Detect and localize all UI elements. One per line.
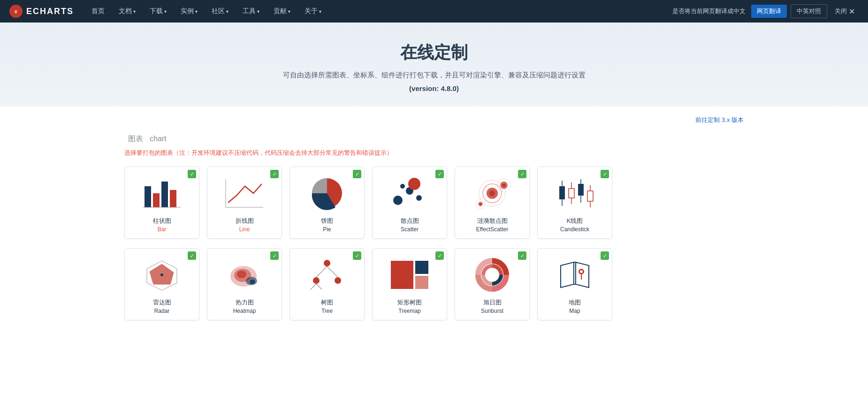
radar-icon [138,256,185,294]
chart-card-effectscatter[interactable]: ✓ 涟漪散点图 Effec [455,167,530,239]
svg-rect-26 [559,186,565,199]
chart-name-cn-scatter: 散点图 [401,217,419,225]
svg-point-39 [237,271,246,278]
chevron-down-icon: ▾ [164,9,167,14]
svg-point-36 [160,273,163,276]
logo-text: ECHARTS [26,7,74,16]
chevron-down-icon: ▾ [226,9,228,14]
section-title-charts: 图表 chart [124,132,744,144]
scatter-icon [386,174,433,212]
chart-name-cn-heatmap: 热力图 [236,298,254,307]
check-badge: ✓ [188,170,196,178]
chevron-down-icon: ▾ [133,9,136,14]
check-badge: ✓ [270,251,279,260]
chart-name-en-treemap: Treemap [398,308,421,314]
chinese-toggle-button[interactable]: 中英对照 [791,4,827,18]
hero-version: (version: 4.8.0) [9,84,859,92]
chart-name-en-scatter: Scatter [401,226,419,233]
candlestick-icon [551,174,598,212]
check-badge: ✓ [601,251,609,260]
tree-icon [304,256,350,294]
chart-name-cn-radar: 雷达图 [153,298,171,307]
nav-contribute[interactable]: 贡献 ▾ [268,0,296,23]
svg-point-18 [489,190,495,196]
svg-rect-5 [170,190,176,207]
close-button[interactable]: 关闭 ✕ [831,5,859,18]
chart-card-map[interactable]: ✓ 地图 Map [537,248,612,320]
nav-docs[interactable]: 文档 ▾ [113,0,141,23]
check-badge: ✓ [518,251,526,260]
nav-about[interactable]: 关于 ▾ [299,0,327,23]
bar-icon [138,174,185,212]
svg-point-14 [400,184,405,189]
chart-name-en-line: Line [239,226,250,233]
chart-card-pie[interactable]: ✓ 饼图 Pie [289,167,365,239]
chart-grid-row2: ✓ 雷达图 Radar ✓ [124,248,744,320]
svg-text:e: e [15,9,17,14]
logo-icon: e [9,5,23,18]
chart-card-bar[interactable]: ✓ 柱状图 Bar [124,167,199,239]
svg-rect-32 [587,191,593,201]
translate-bar: 是否将当前网页翻译成中文 网页翻译 中英对照 关闭 ✕ [672,4,859,18]
chart-card-treemap[interactable]: ✓ 矩形树图 Treemap [372,248,447,320]
chart-card-heatmap[interactable]: ✓ 热力图 Heatmap [207,248,282,320]
svg-rect-3 [153,193,160,207]
svg-rect-4 [161,182,168,207]
chart-name-en-tree: Tree [321,308,333,314]
chart-name-en-candlestick: Candlestick [560,226,589,233]
svg-line-43 [316,266,327,277]
chart-name-cn-candlestick: K线图 [567,217,583,225]
svg-point-52 [488,271,496,279]
nav-community[interactable]: 社区 ▾ [206,0,234,23]
check-badge: ✓ [601,170,609,178]
check-badge: ✓ [270,170,279,178]
chart-card-candlestick[interactable]: ✓ K线图 Candlestick [537,167,612,239]
translate-button[interactable]: 网页翻译 [751,5,787,18]
chart-card-sunburst[interactable]: ✓ 旭日图 Sunburst [455,248,530,320]
svg-point-45 [313,277,320,284]
chart-name-cn-line: 折线图 [236,217,254,225]
chart-name-en-effectscatter: EffectScatter [476,226,508,233]
check-badge: ✓ [435,251,444,260]
nav-download[interactable]: 下载 ▾ [144,0,172,23]
svg-line-48 [316,284,322,289]
check-badge: ✓ [353,170,361,178]
svg-rect-51 [415,276,428,289]
nav-home[interactable]: 首页 [86,0,110,23]
check-badge: ✓ [188,251,196,260]
chart-card-tree[interactable]: ✓ 树图 Tree [289,248,365,320]
main-content: 前往定制 3.x 版本 图表 chart 选择要打包的图表（注：开发环境建议不压… [106,106,762,339]
svg-rect-2 [145,186,151,207]
nav-examples[interactable]: 实例 ▾ [175,0,203,23]
chart-name-cn-effectscatter: 涟漪散点图 [477,217,508,225]
chart-name-en-sunburst: Sunburst [481,308,503,314]
chart-card-line[interactable]: ✓ 折线图 Line [207,167,282,239]
chevron-down-icon: ▾ [288,9,290,14]
hero-section: 在线定制 可自由选择所需图表、坐标系、组件进行打包下载，并且可对渲染引擎、兼容及… [0,23,868,106]
hero-subtitle: 可自由选择所需图表、坐标系、组件进行打包下载，并且可对渲染引擎、兼容及压缩问题进… [9,71,859,80]
check-badge: ✓ [353,251,361,260]
chart-grid-row1: ✓ 柱状图 Bar ✓ [124,167,744,239]
chart-card-radar[interactable]: ✓ 雷达图 Radar [124,248,199,320]
sunburst-icon [469,256,516,294]
svg-point-56 [580,270,583,273]
chart-name-en-map: Map [569,308,580,314]
nav-tools[interactable]: 工具 ▾ [237,0,265,23]
svg-point-13 [408,178,420,190]
chevron-down-icon: ▾ [257,9,259,14]
svg-point-42 [324,260,330,266]
logo[interactable]: e ECHARTS [9,5,74,18]
check-badge: ✓ [518,170,526,178]
effectscatter-icon [469,174,516,212]
chart-name-cn-tree: 树图 [321,298,333,307]
navbar: e ECHARTS 首页 文档 ▾ 下载 ▾ 实例 ▾ 社区 ▾ 工具 ▾ 贡献… [0,0,868,23]
close-icon: ✕ [849,7,855,16]
svg-rect-30 [578,184,584,196]
chart-name-en-heatmap: Heatmap [233,308,256,314]
version-link[interactable]: 前往定制 3.x 版本 [695,116,744,123]
section-note: 选择要打包的图表（注：开发环境建议不压缩代码，代码压缩会去掉大部分常见的警告和错… [124,149,744,157]
chart-card-scatter[interactable]: ✓ 散点图 Scatter [372,167,447,239]
map-icon [551,256,598,294]
line-icon [221,174,268,212]
chevron-down-icon: ▾ [319,9,321,14]
